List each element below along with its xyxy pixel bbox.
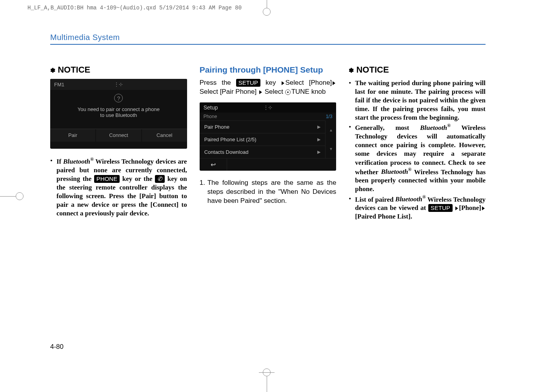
section-title: Multimedia System xyxy=(50,33,120,42)
ss2-list: Pair Phone ▶ Paired Phone List (2/5) ▶ C… xyxy=(200,120,326,158)
ss1-body: ? You need to pair or connect a phone to… xyxy=(50,90,187,129)
t: key or the xyxy=(120,175,155,182)
crop-mark-bottom xyxy=(259,361,275,392)
t: Press the xyxy=(200,79,236,86)
list-item-pair-phone[interactable]: Pair Phone ▶ xyxy=(200,120,326,133)
reg: ® xyxy=(422,195,426,200)
col3-bullet-list: The waiting period during phone pairing … xyxy=(349,79,486,221)
scroll-down-button[interactable]: ▼ xyxy=(326,139,336,158)
triangle-icon xyxy=(282,81,284,85)
reg: ® xyxy=(447,123,451,128)
row-label: Paired Phone List (2/5) xyxy=(204,137,256,142)
t: [Paired Phone List]. xyxy=(355,213,412,220)
tune-knob-icon xyxy=(285,89,291,95)
ss1-message-line1: You need to pair or connect a phone xyxy=(58,106,179,112)
screenshot-fm1: FM1 ⋮⊹ ? You need to pair or connect a p… xyxy=(50,79,187,149)
ss2-subtitle: Phone xyxy=(204,114,217,119)
col2-step-1: 1. The following steps are the same as t… xyxy=(200,179,337,206)
ss2-topbar: Setup ⋮⊹ xyxy=(200,102,337,113)
ss1-topbar: FM1 ⋮⊹ xyxy=(50,79,187,90)
notice-star-icon: ✽ xyxy=(349,67,354,74)
col3-bullet-2: Generally, most Bluetooth® Wireless Tech… xyxy=(349,123,486,193)
column-1: ✽ NOTICE FM1 ⋮⊹ ? You need to pair or co… xyxy=(50,65,187,222)
step-text: The following steps are the same as the … xyxy=(207,179,337,204)
section-rule xyxy=(50,44,486,45)
col2-instruction: Press the SETUP key Select [Phone]Select… xyxy=(200,78,337,97)
row-label: Pair Phone xyxy=(204,124,229,130)
col1-bullet-list: If Bluetooth® Wireless Technology device… xyxy=(50,157,187,218)
t: Select [Pair Phone] xyxy=(200,88,258,95)
col3-bullet-1: The waiting period during phone pairing … xyxy=(349,79,486,122)
chevron-right-icon: ▶ xyxy=(317,150,320,155)
t: List of paired xyxy=(355,195,395,203)
chevron-right-icon: ▶ xyxy=(317,137,320,142)
connect-button[interactable]: Connect xyxy=(96,129,141,142)
bt: Bluetooth xyxy=(381,168,408,175)
bluetooth-icon: ⋮⊹ xyxy=(114,82,123,87)
t: key xyxy=(260,79,281,86)
t: Select xyxy=(263,88,285,95)
scroll-up-button[interactable]: ▲ xyxy=(326,120,336,139)
notice-star-icon: ✽ xyxy=(50,67,55,74)
notice-label: NOTICE xyxy=(58,65,90,75)
pair-button[interactable]: Pair xyxy=(50,129,95,142)
triangle-icon xyxy=(259,90,262,94)
ss2-scrollbar: ▲ ▼ xyxy=(325,120,336,158)
content-columns: ✽ NOTICE FM1 ⋮⊹ ? You need to pair or co… xyxy=(50,65,486,222)
setup-key: SETUP xyxy=(428,204,453,212)
ss2-rows: Pair Phone ▶ Paired Phone List (2/5) ▶ C… xyxy=(200,120,337,158)
notice-heading-2: ✽ NOTICE xyxy=(349,65,486,75)
page-number: 4-80 xyxy=(50,343,64,351)
list-item-paired-list[interactable]: Paired Phone List (2/5) ▶ xyxy=(200,133,326,146)
bt: Bluetooth xyxy=(63,158,90,165)
phone-icon-key: ✆ xyxy=(155,175,165,183)
cancel-button[interactable]: Cancel xyxy=(142,129,187,142)
pairing-heading: Pairing through [PHONE] Setup xyxy=(200,65,337,75)
ss2-count: 1/3 xyxy=(326,114,333,119)
ss1-fm-label: FM1 xyxy=(54,82,64,88)
crop-mark-top xyxy=(259,0,275,16)
back-button[interactable]: ↩ xyxy=(200,159,227,171)
ss2-bottom-bar: ↩ xyxy=(200,158,337,171)
column-2: Pairing through [PHONE] Setup Press the … xyxy=(200,65,337,222)
step-number: 1. xyxy=(200,179,205,188)
t: If xyxy=(56,158,63,165)
ss1-message-line2: to use Bluetooth xyxy=(58,112,179,118)
triangle-icon xyxy=(333,81,335,85)
col3-bullet-3: List of paired Bluetooth® Wireless Techn… xyxy=(349,195,486,221)
phone-key: PHONE xyxy=(94,175,120,183)
t: Generally, most xyxy=(355,124,420,131)
ss1-button-row: Pair Connect Cancel xyxy=(50,129,187,142)
triangle-icon xyxy=(455,206,458,210)
screenshot-setup: Setup ⋮⊹ Phone 1/3 Pair Phone ▶ Paired P… xyxy=(200,102,337,171)
col2-steps: 1. The following steps are the same as t… xyxy=(200,179,337,206)
bt: Bluetooth xyxy=(420,124,447,131)
ss2-title: Setup xyxy=(204,104,218,111)
column-3: ✽ NOTICE The waiting period during phone… xyxy=(349,65,486,222)
chevron-right-icon: ▶ xyxy=(317,124,320,129)
bluetooth-icon: ⋮⊹ xyxy=(264,105,272,110)
t: Select [Phone] xyxy=(285,79,332,86)
setup-key: SETUP xyxy=(236,79,260,87)
reg: ® xyxy=(90,157,94,162)
crop-header-text: H_LF_A,B_AUDIO:BH hma 4-109~(Audio).qxd … xyxy=(27,5,242,11)
notice-label: NOTICE xyxy=(356,65,389,75)
question-icon: ? xyxy=(114,94,123,102)
triangle-icon xyxy=(482,206,485,210)
ss2-subbar: Phone 1/3 xyxy=(200,113,337,120)
t: The waiting period during phone pairing … xyxy=(355,79,486,121)
t: TUNE knob xyxy=(291,88,326,95)
bt: Bluetooth xyxy=(395,195,422,203)
list-item-contacts[interactable]: Contacts Download ▶ xyxy=(200,146,326,158)
crop-mark-bottom-cross xyxy=(259,372,275,373)
crop-mark-left xyxy=(0,188,31,204)
t: [Phone] xyxy=(459,204,481,211)
notice-heading-1: ✽ NOTICE xyxy=(50,65,187,75)
row-label: Contacts Download xyxy=(204,149,249,155)
reg: ® xyxy=(408,167,411,173)
col1-bullet-1: If Bluetooth® Wireless Technology device… xyxy=(50,157,187,218)
